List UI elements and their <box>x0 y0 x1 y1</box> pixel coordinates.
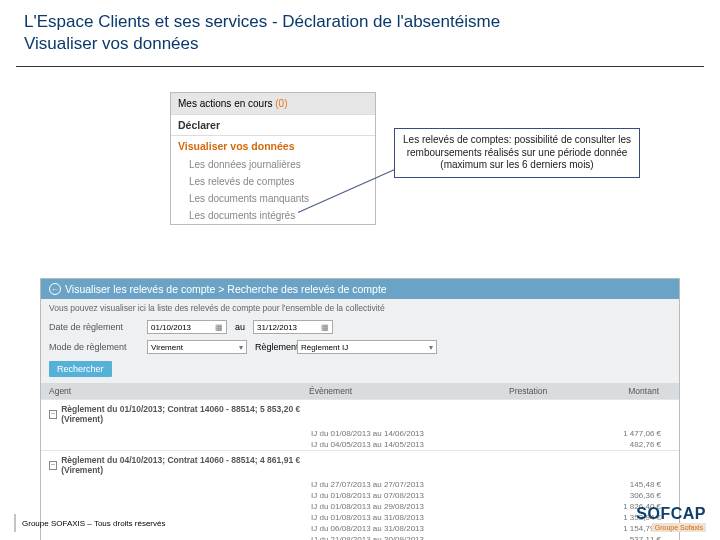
table-subrow: IJ du 01/08/2013 au 14/06/20131 477,06 € <box>41 428 679 439</box>
subrow-period: IJ du 01/08/2013 au 14/06/2013 <box>311 429 511 438</box>
logo-main-text: SOFCAP <box>636 505 706 523</box>
subrow-period: IJ du 01/08/2013 au 07/08/2013 <box>311 491 511 500</box>
table-subrow: IJ du 01/08/2013 au 07/08/2013306,36 € <box>41 490 679 501</box>
table-row[interactable]: −Règlement du 04/10/2013; Contrat 14060 … <box>41 450 679 479</box>
subrow-amount: 145,48 € <box>511 480 661 489</box>
col-montant: Montant <box>599 386 659 396</box>
date-au-label: au <box>235 322 245 332</box>
row-title: Règlement du 04/10/2013; Contrat 14060 -… <box>61 455 309 475</box>
menu-item-releves-comptes[interactable]: Les relevés de comptes <box>171 173 375 190</box>
expand-icon[interactable]: − <box>49 410 57 419</box>
subrow-period: IJ du 04/05/2013 au 14/05/2013 <box>311 440 511 449</box>
title-divider <box>16 66 704 67</box>
calendar-icon: ▦ <box>321 323 329 332</box>
menu-item-documents-integres[interactable]: Les documents intégrés <box>171 207 375 224</box>
results-table-header: Agent Évènement Prestation Montant <box>41 383 679 399</box>
calendar-icon: ▦ <box>215 323 223 332</box>
footer: Groupe SOFAXIS – Tous droits réservés SO… <box>14 505 706 532</box>
menu-actions-header[interactable]: Mes actions en cours (0) <box>171 93 375 114</box>
logo: SOFCAP Groupe Sofaxis <box>636 505 706 532</box>
callout-releves-comptes: Les relevés de comptes: possibilité de c… <box>394 128 640 178</box>
reglement-select[interactable]: Règlement IJ▾ <box>297 340 437 354</box>
table-subrow: IJ du 04/05/2013 au 14/05/2013482,76 € <box>41 439 679 450</box>
expand-icon[interactable]: − <box>49 461 57 470</box>
page-title-line2: Visualiser vos données <box>24 34 696 54</box>
date-to-input[interactable]: 31/12/2013▦ <box>253 320 333 334</box>
subrow-amount: 1 477,06 € <box>511 429 661 438</box>
mode-reglement-select[interactable]: Virement▾ <box>147 340 247 354</box>
row-title: Règlement du 01/10/2013; Contrat 14060 -… <box>61 404 309 424</box>
table-subrow: IJ du 27/07/2013 au 27/07/2013145,48 € <box>41 479 679 490</box>
chevron-down-icon: ▾ <box>239 343 243 352</box>
subrow-period: IJ du 27/07/2013 au 27/07/2013 <box>311 480 511 489</box>
logo-sub-text: Groupe Sofaxis <box>652 523 706 532</box>
page-title-line1: L'Espace Clients et ses services - Décla… <box>24 12 696 32</box>
chevron-down-icon: ▾ <box>429 343 433 352</box>
menu-declarer[interactable]: Déclarer <box>171 114 375 135</box>
mode-reglement-label: Mode de règlement <box>49 342 139 352</box>
subrow-period: IJ du 21/08/2013 au 30/09/2013 <box>311 535 511 540</box>
search-button[interactable]: Rechercher <box>49 361 112 377</box>
col-agent: Agent <box>49 386 309 396</box>
reg-label: Règlement <box>255 342 289 352</box>
menu-visualiser[interactable]: Visualiser vos données <box>171 135 375 156</box>
results-panel: ← Visualiser les relevés de compte > Rec… <box>40 278 680 540</box>
menu-item-documents-manquants[interactable]: Les documents manquants <box>171 190 375 207</box>
reglement-value: Règlement IJ <box>301 343 348 352</box>
date-reglement-label: Date de règlement <box>49 322 139 332</box>
col-evenement: Évènement <box>309 386 509 396</box>
subrow-amount: 537,11 € <box>511 535 661 540</box>
panel-title-bar: ← Visualiser les relevés de compte > Rec… <box>41 279 679 299</box>
sidebar-menu: Mes actions en cours (0) Déclarer Visual… <box>170 92 376 225</box>
subrow-amount: 306,36 € <box>511 491 661 500</box>
date-from-input[interactable]: 01/10/2013▦ <box>147 320 227 334</box>
back-arrow-icon[interactable]: ← <box>49 283 61 295</box>
footer-copyright: Groupe SOFAXIS – Tous droits réservés <box>22 519 165 528</box>
table-row[interactable]: −Règlement du 01/10/2013; Contrat 14060 … <box>41 399 679 428</box>
menu-actions-label: Mes actions en cours <box>178 98 273 109</box>
panel-description: Vous pouvez visualiser ici la liste des … <box>41 299 679 317</box>
mode-reglement-value: Virement <box>151 343 183 352</box>
subrow-amount: 482,76 € <box>511 440 661 449</box>
footer-bar-icon <box>14 514 16 532</box>
date-from-value: 01/10/2013 <box>151 323 191 332</box>
col-prestation: Prestation <box>509 386 599 396</box>
panel-title-text: Visualiser les relevés de compte > Reche… <box>65 283 387 295</box>
table-subrow: IJ du 21/08/2013 au 30/09/2013537,11 € <box>41 534 679 540</box>
date-to-value: 31/12/2013 <box>257 323 297 332</box>
menu-actions-count: (0) <box>275 98 287 109</box>
menu-item-donnees-journalieres[interactable]: Les données journalières <box>171 156 375 173</box>
